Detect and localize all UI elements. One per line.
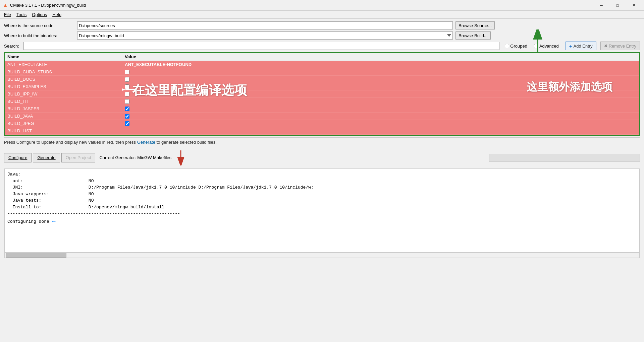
red-arrow-icon [174, 149, 187, 165]
menu-bar: File Tools Options Help [0, 11, 644, 19]
controls-row: Configure Generate Open Project Current … [4, 147, 640, 168]
table-checkbox[interactable] [125, 70, 129, 74]
table-row[interactable]: BUILD_LIST [5, 127, 639, 135]
status-text-2: to generate selected build files. [155, 140, 217, 145]
progress-bar [489, 154, 640, 162]
source-label: Where is the source code: [4, 23, 74, 28]
menu-help[interactable]: Help [50, 11, 64, 18]
table-cell-name: BUILD_CUDA_STUBS [5, 69, 122, 75]
table-cell-name: BUILD_IPP_IW [5, 91, 122, 97]
configure-button[interactable]: Configure [4, 153, 32, 162]
source-path-row: Where is the source code: Browse Source.… [4, 21, 640, 29]
source-input[interactable] [77, 21, 453, 29]
build-path-row: Where to build the binaries: D:/opencv/m… [4, 31, 640, 40]
log-hscroll-thumb[interactable] [6, 253, 66, 258]
search-input[interactable] [23, 42, 499, 50]
table-cell-name: BUILD_JAVA [5, 113, 122, 119]
search-label: Search: [4, 44, 21, 49]
add-entry-button[interactable]: + Add Entry [566, 42, 596, 50]
log-line: Install to: D:/opencv/mingw_build/instal… [7, 204, 637, 211]
remove-icon: ✖ [604, 44, 607, 48]
menu-options[interactable]: Options [29, 11, 50, 18]
table-cell-name: ANT_EXECUTABLE [5, 61, 122, 68]
table-cell-value: ANT_EXECUTABLE-NOTFOUND [122, 61, 639, 68]
table-cell-name: BUILD_EXAMPLES [5, 83, 122, 90]
table-cell-value[interactable] [122, 135, 639, 136]
table-cell-name: BUILD_JPEG [5, 120, 122, 127]
table-checkbox[interactable] [125, 92, 129, 96]
table-rows: ANT_EXECUTABLEANT_EXECUTABLE-NOTFOUNDBUI… [5, 61, 639, 136]
table-row[interactable]: BUILD_CUDA_STUBS [5, 68, 639, 76]
table-cell-value[interactable] [122, 113, 639, 119]
window-title: CMake 3.17.1 - D:/opencv/mingw_build [10, 3, 594, 8]
advanced-checkbox[interactable] [534, 44, 538, 48]
log-line: ant: NO [7, 178, 637, 185]
table-row[interactable]: BUILD_ITT [5, 98, 639, 105]
advanced-checkbox-label[interactable]: Advanced [534, 44, 559, 49]
search-row: Search: Grouped Advanced + Add Entry ✖ R… [4, 42, 640, 50]
table-cell-value[interactable] [122, 106, 639, 112]
table-cell-name: BUILD_LIST [5, 128, 122, 134]
open-project-button[interactable]: Open Project [61, 153, 96, 162]
log-line: JNI: D:/Program Files/Java/jdk1.7.0_10/i… [7, 184, 637, 191]
table-cell-name: BUILD_ITT [5, 98, 122, 105]
remove-entry-button[interactable]: ✖ Remove Entry [600, 42, 640, 50]
table-cell-name: BUILD_OPENEXR [5, 135, 122, 136]
table-cell-value[interactable] [122, 69, 639, 75]
table-row[interactable]: BUILD_DOCS [5, 76, 639, 83]
build-select[interactable]: D:/opencv/mingw_build [77, 31, 453, 40]
col-value-header: Value [122, 54, 639, 60]
table-checkbox[interactable] [125, 121, 129, 126]
table-cell-value[interactable] [122, 91, 639, 97]
table-checkbox[interactable] [125, 99, 129, 104]
menu-file[interactable]: File [1, 11, 14, 18]
close-button[interactable]: ✕ [626, 0, 641, 11]
cmake-logo-icon: ▲ [3, 2, 8, 8]
table-header: Name Value [5, 53, 639, 61]
grouped-checkbox[interactable] [505, 44, 509, 48]
status-bar: Press Configure to update and display ne… [4, 137, 640, 147]
table-row[interactable]: BUILD_EXAMPLES [5, 83, 639, 90]
table-row[interactable]: BUILD_OPENEXR [5, 135, 639, 136]
generate-button[interactable]: Generate [33, 153, 60, 162]
browse-build-button[interactable]: Browse Build... [455, 31, 491, 40]
table-row[interactable]: ANT_EXECUTABLEANT_EXECUTABLE-NOTFOUND [5, 61, 639, 68]
table-cell-value [122, 130, 639, 132]
status-text-1: Press Configure to update and display ne… [4, 140, 137, 145]
status-link[interactable]: Generate [137, 140, 155, 145]
browse-source-button[interactable]: Browse Source... [455, 21, 495, 29]
log-line: ----------------------------------------… [7, 210, 637, 217]
grouped-checkbox-label[interactable]: Grouped [505, 44, 527, 49]
build-label: Where to build the binaries: [4, 33, 74, 38]
generator-text: Current Generator: MinGW Makefiles [99, 155, 171, 160]
table-cell-name: BUILD_DOCS [5, 76, 122, 82]
log-horizontal-scrollbar[interactable] [4, 253, 640, 258]
table-cell-value[interactable] [122, 84, 639, 90]
table-checkbox[interactable] [125, 136, 129, 136]
table-row[interactable]: BUILD_IPP_IW [5, 90, 639, 98]
config-table[interactable]: Name Value ANT_EXECUTABLEANT_EXECUTABLE-… [4, 52, 640, 136]
table-cell-value[interactable] [122, 121, 639, 127]
table-checkbox[interactable] [125, 84, 129, 89]
log-line: Java: [7, 171, 637, 178]
col-name-header: Name [5, 54, 122, 60]
log-line: Java wrappers: NO [7, 191, 637, 198]
minimize-button[interactable]: ─ [594, 0, 609, 11]
log-area[interactable]: Java: ant: NO JNI: D:/Program Files/Java… [4, 169, 640, 253]
table-checkbox[interactable] [125, 107, 129, 111]
add-icon: + [569, 43, 572, 49]
table-checkbox[interactable] [125, 114, 129, 119]
log-line: Configuring done ← [7, 217, 637, 226]
table-row[interactable]: BUILD_JASPER [5, 105, 639, 113]
log-line: Java tests: NO [7, 197, 637, 204]
log-wrapper: Java: ant: NO JNI: D:/Program Files/Java… [4, 168, 640, 258]
table-cell-value[interactable] [122, 76, 639, 82]
title-bar: ▲ CMake 3.17.1 - D:/opencv/mingw_build ─… [0, 0, 644, 11]
table-row[interactable]: BUILD_JPEG [5, 120, 639, 127]
menu-tools[interactable]: Tools [14, 11, 29, 18]
table-cell-value[interactable] [122, 98, 639, 105]
table-row[interactable]: BUILD_JAVA [5, 113, 639, 120]
main-content: Where is the source code: Browse Source.… [0, 19, 644, 261]
maximize-button[interactable]: □ [610, 0, 625, 11]
table-checkbox[interactable] [125, 77, 129, 82]
